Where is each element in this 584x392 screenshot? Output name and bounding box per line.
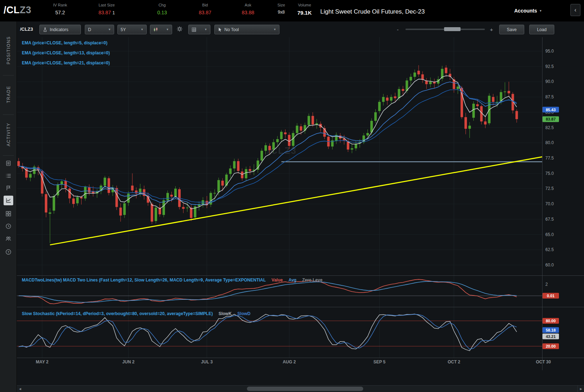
- candle-body: [398, 89, 400, 98]
- candle-body: [394, 96, 396, 98]
- candle-body: [249, 169, 251, 171]
- price-tick-label: 75.0: [545, 171, 554, 176]
- candle-body: [29, 174, 31, 177]
- candle-body: [151, 204, 153, 222]
- grid-layout-dropdown[interactable]: ▼: [188, 25, 210, 34]
- history-clock-icon[interactable]: [4, 221, 13, 231]
- scroll-left-arrow[interactable]: ◀: [17, 386, 23, 392]
- collapse-panel-button[interactable]: ‹: [570, 4, 580, 16]
- macd-avg-line: [19, 281, 517, 303]
- macd-legend-avg: Avg: [288, 278, 296, 283]
- time-axis-label: JUL 3: [201, 359, 213, 364]
- candle-body: [355, 144, 357, 148]
- load-button[interactable]: Load: [529, 25, 554, 34]
- timeframe-dropdown[interactable]: D ▼: [85, 25, 114, 34]
- stat-bid: Bid 83.87: [189, 3, 221, 15]
- indicators-button[interactable]: Indicators: [39, 25, 81, 34]
- trendline-drawing[interactable]: [50, 157, 542, 245]
- price-tick-label: 72.5: [545, 186, 554, 191]
- save-button[interactable]: Save: [499, 25, 524, 34]
- candle-body: [170, 195, 173, 197]
- stat-volume: Volume 79.1K: [292, 3, 317, 16]
- watchlist-icon[interactable]: [4, 171, 13, 181]
- chart-canvas[interactable]: 95.092.590.087.585.082.580.077.575.072.5…: [17, 21, 584, 383]
- study-label-ema21[interactable]: EMA (price=CLOSE, length=21, displace=0): [22, 58, 110, 68]
- candle-body: [484, 122, 487, 125]
- drawing-tool-dropdown[interactable]: No Tool ▼: [214, 25, 279, 34]
- macd-value-line: [19, 279, 517, 304]
- chevron-down-icon: ▼: [273, 28, 276, 31]
- zoom-out-button[interactable]: -: [397, 26, 399, 33]
- sidebar-divider: [3, 155, 14, 156]
- overlay-ema5: [19, 76, 517, 209]
- zoom-slider-thumb[interactable]: [444, 27, 461, 31]
- notepad-icon[interactable]: [4, 158, 13, 168]
- zoom-slider[interactable]: [405, 29, 485, 30]
- candle-body: [268, 146, 271, 150]
- candle-body: [84, 187, 87, 199]
- candle-body: [131, 186, 133, 191]
- chart-icon[interactable]: [4, 196, 13, 205]
- chart-region: /CLZ3 95.092.590.087.585.082.580.077.575…: [17, 21, 584, 392]
- stoch-study-label[interactable]: Slow Stochastic (kPeriod=14, dPeriod=3, …: [22, 311, 250, 316]
- app-root: /CLZ3 IV Rank 57.2 Last Size 83.871 Chg …: [0, 0, 584, 392]
- candle-body: [162, 200, 165, 215]
- macd-tick-label: 2: [545, 282, 548, 287]
- candle-body: [366, 133, 369, 136]
- candle-body: [417, 71, 420, 74]
- candle-body: [218, 180, 220, 192]
- zoom-in-button[interactable]: +: [490, 26, 493, 33]
- flag-icon[interactable]: [4, 183, 13, 193]
- candle-body: [104, 178, 106, 186]
- range-dropdown[interactable]: 5Y ▼: [117, 25, 147, 34]
- stoch-legend-slowd: SlowD: [237, 311, 250, 316]
- time-axis-label: OCT 2: [448, 359, 461, 364]
- overlay-ema13: [19, 82, 517, 205]
- price-tick-label: 80.0: [545, 140, 554, 145]
- chart-symbol-input[interactable]: /CLZ3: [20, 26, 33, 32]
- chart-type-dropdown[interactable]: ▼: [150, 25, 172, 34]
- help-icon[interactable]: ?: [4, 247, 13, 257]
- candle-body: [374, 112, 377, 121]
- scroll-thumb[interactable]: [247, 387, 363, 391]
- axis-bubble-text: 80.00: [546, 319, 556, 323]
- macd-study-label[interactable]: MACDTwoLines(tw) MACD Two Lines (Fast Le…: [22, 278, 322, 283]
- study-label-ema5[interactable]: EMA (price=CLOSE, length=5, displace=0): [22, 38, 110, 48]
- price-tick-label: 67.5: [545, 217, 554, 222]
- candle-body: [127, 193, 130, 203]
- sidebar-tab-activity[interactable]: ACTIVITY: [0, 117, 17, 152]
- scroll-right-arrow[interactable]: ▶: [578, 386, 584, 392]
- candle-body: [261, 151, 263, 161]
- sidebar-tab-positions[interactable]: POSITIONS: [0, 29, 17, 72]
- candle-body: [378, 102, 381, 111]
- price-tick-label: 87.5: [545, 94, 554, 99]
- candle-body: [402, 89, 404, 91]
- candle-body: [508, 91, 510, 93]
- instrument-title: Light Sweet Crude Oil Futures, Dec-23: [320, 8, 425, 15]
- people-icon[interactable]: [4, 234, 13, 244]
- sidebar-tab-trade[interactable]: TRADE: [0, 77, 17, 112]
- candle-body: [476, 104, 479, 106]
- chevron-down-icon: ▼: [204, 28, 207, 31]
- time-axis-label: MAY 2: [36, 359, 49, 364]
- candle-body: [237, 161, 239, 171]
- candle-body: [492, 97, 495, 102]
- price-tick-label: 90.0: [545, 79, 554, 84]
- candle-body: [241, 172, 243, 178]
- settings-gear-button[interactable]: [176, 26, 183, 33]
- apps-grid-icon[interactable]: [4, 209, 13, 219]
- candle-body: [382, 97, 385, 102]
- horizontal-scrollbar[interactable]: ◀ ▶: [17, 385, 584, 392]
- candle-body: [300, 126, 302, 131]
- candle-body: [186, 207, 189, 208]
- price-tick-label: 77.5: [545, 156, 554, 161]
- svg-text:?: ?: [8, 250, 9, 254]
- study-label-ema13[interactable]: EMA (price=CLOSE, length=13, displace=0): [22, 48, 110, 58]
- chevron-down-icon: ▼: [539, 9, 542, 13]
- candle-body: [221, 181, 224, 186]
- chart-toolbar: /CLZ3 Indicators D ▼ 5Y ▼ ▼: [17, 21, 584, 37]
- candle-body: [457, 87, 459, 89]
- accounts-dropdown[interactable]: Accounts▼: [514, 8, 542, 14]
- candle-body: [284, 132, 287, 134]
- cursor-icon: [218, 27, 222, 32]
